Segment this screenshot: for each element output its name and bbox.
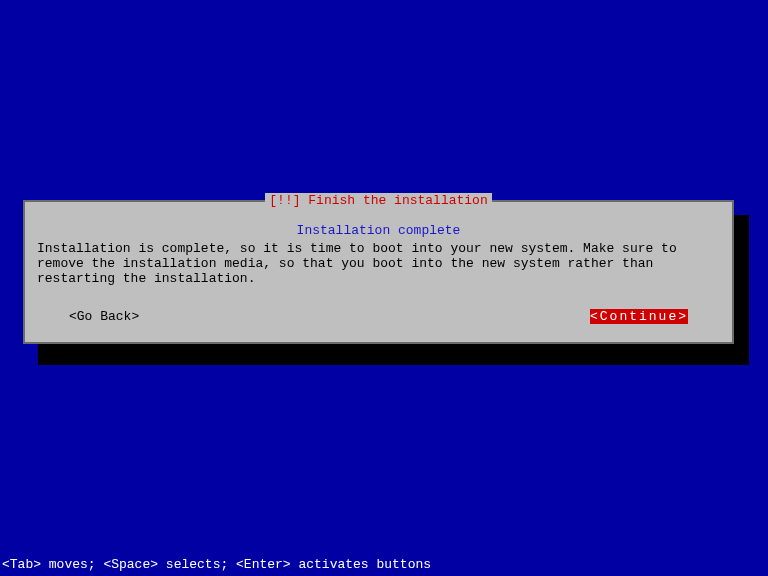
go-back-button[interactable]: <Go Back> xyxy=(69,309,139,324)
help-bar: <Tab> moves; <Space> selects; <Enter> ac… xyxy=(2,557,431,572)
dialog-title: [!!] Finish the installation xyxy=(265,193,491,208)
dialog-body-text: Installation is complete, so it is time … xyxy=(25,238,732,287)
finish-installation-dialog: [!!] Finish the installation Installatio… xyxy=(23,200,734,344)
dialog-title-row: [!!] Finish the installation xyxy=(25,193,732,207)
dialog-button-row: <Go Back> <Continue> xyxy=(25,287,732,342)
dialog-subtitle: Installation complete xyxy=(25,223,732,238)
continue-button[interactable]: <Continue> xyxy=(590,309,688,324)
